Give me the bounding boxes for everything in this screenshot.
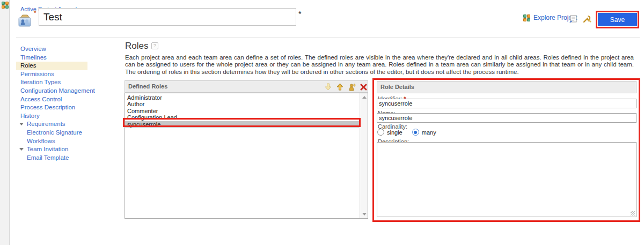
radio-many[interactable] bbox=[412, 129, 419, 136]
sidebar-item-timelines[interactable]: Timelines bbox=[16, 54, 87, 62]
description-textarea[interactable] bbox=[377, 142, 636, 217]
move-up-icon[interactable] bbox=[336, 83, 344, 91]
roles-list-scrollbar[interactable] bbox=[360, 93, 368, 218]
sidebar: Overview Timelines Roles Permissions Ite… bbox=[16, 45, 123, 162]
sidebar-item-overview[interactable]: Overview bbox=[16, 45, 87, 54]
role-list-item[interactable]: Administrator bbox=[125, 94, 359, 101]
page-title: Roles bbox=[125, 41, 148, 51]
role-details-header: Role Details bbox=[377, 81, 636, 93]
sidebar-item-permissions[interactable]: Permissions bbox=[16, 70, 87, 79]
sidebar-item-history[interactable]: History bbox=[16, 112, 87, 121]
help-icon[interactable]: ? bbox=[151, 42, 158, 49]
sidebar-item-electronic-signature[interactable]: Electronic Signature bbox=[16, 129, 87, 137]
role-name-input[interactable] bbox=[377, 113, 636, 123]
sidebar-item-iteration-types[interactable]: Iteration Types bbox=[16, 78, 87, 87]
sidebar-item-access-control[interactable]: Access Control bbox=[16, 95, 87, 104]
sidebar-item-roles[interactable]: Roles bbox=[16, 62, 87, 70]
move-down-icon[interactable] bbox=[324, 83, 332, 91]
customize-tools-icon[interactable] bbox=[583, 15, 591, 26]
header-divider bbox=[16, 38, 640, 38]
name-required-asterisk: * bbox=[298, 10, 301, 18]
role-list-item[interactable]: Commenter bbox=[125, 108, 359, 114]
left-rail bbox=[0, 0, 10, 245]
sidebar-item-workflows[interactable]: Workflows bbox=[16, 137, 87, 146]
defined-roles-list: Administrator Author Commenter Configura… bbox=[125, 93, 368, 219]
defined-roles-toolbar bbox=[324, 81, 368, 92]
roles-description: Each project area and each team area can… bbox=[125, 54, 634, 76]
explore-project-icon bbox=[523, 14, 530, 21]
radio-many-label: many bbox=[422, 129, 436, 136]
sidebar-item-email-template[interactable]: Email Template bbox=[16, 154, 87, 162]
sidebar-item-team-invitation[interactable]: Team Invitation bbox=[16, 145, 87, 154]
delete-role-icon[interactable] bbox=[360, 83, 368, 91]
collapse-triangle-icon[interactable] bbox=[19, 123, 24, 125]
scroll-up-icon[interactable] bbox=[361, 94, 367, 100]
project-name-input[interactable] bbox=[39, 8, 296, 26]
radio-single-label: single bbox=[387, 129, 402, 136]
save-button[interactable]: Save bbox=[598, 13, 637, 26]
sidebar-item-configuration-management[interactable]: Configuration Management bbox=[16, 87, 87, 95]
unsaved-indicator: * bbox=[34, 10, 36, 16]
process-source-icon[interactable] bbox=[569, 15, 577, 26]
scroll-down-icon[interactable] bbox=[361, 211, 367, 217]
add-role-icon[interactable] bbox=[348, 83, 356, 91]
role-list-item[interactable]: Author bbox=[125, 101, 359, 107]
sidebar-item-process-description[interactable]: Process Description bbox=[16, 103, 87, 112]
cardinality-radio-group: single many bbox=[377, 129, 446, 136]
collapse-triangle-icon[interactable] bbox=[19, 148, 24, 151]
role-list-item-selected[interactable]: syncuserrole bbox=[125, 121, 359, 128]
project-area-icon bbox=[17, 13, 32, 30]
sidebar-item-requirements[interactable]: Requirements bbox=[16, 120, 87, 129]
role-list-item[interactable]: Configuration Lead bbox=[125, 114, 359, 121]
radio-single[interactable] bbox=[377, 129, 384, 136]
resize-handle-icon[interactable] bbox=[631, 211, 635, 216]
project-area-editor: Active Project Areas / * * Explore Proje… bbox=[0, 0, 644, 245]
jazz-admin-icon[interactable] bbox=[2, 2, 9, 9]
identifier-input[interactable] bbox=[377, 99, 636, 108]
